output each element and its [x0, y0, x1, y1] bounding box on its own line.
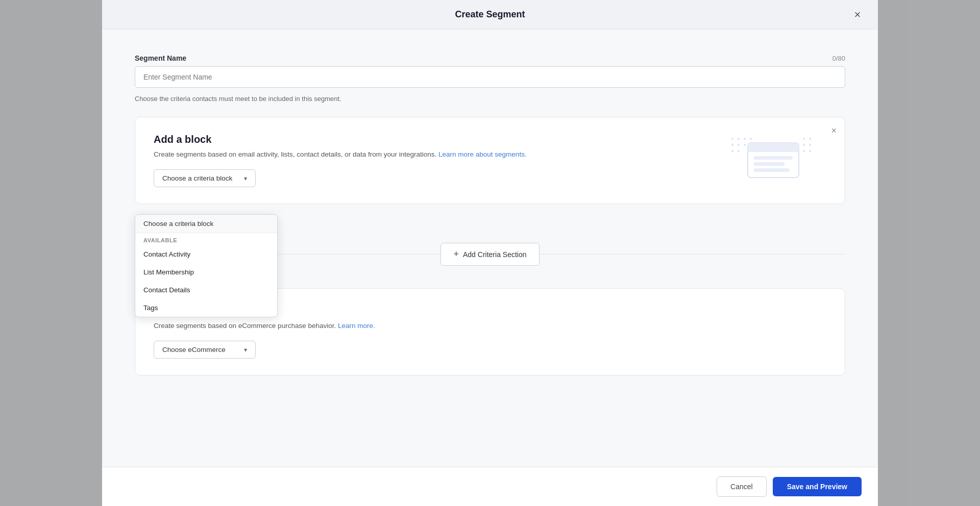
ecommerce-desc: Create segments based on eCommerce purch… [154, 322, 826, 330]
add-criteria-label: Add Criteria Section [463, 250, 527, 259]
modal-overlay: Create Segment × Segment Name 0/80 Choos… [0, 0, 980, 506]
svg-point-6 [744, 144, 746, 146]
svg-point-14 [803, 150, 805, 152]
cancel-button[interactable]: Cancel [717, 476, 767, 497]
modal-title: Create Segment [455, 9, 525, 20]
modal-body: Segment Name 0/80 Choose the criteria co… [102, 30, 878, 467]
dropdown-item-contact-details[interactable]: Contact Details [135, 281, 277, 299]
svg-point-1 [738, 138, 740, 140]
chevron-down-icon: ▾ [244, 175, 247, 182]
svg-point-11 [809, 138, 811, 140]
svg-point-8 [731, 150, 733, 152]
block-card-desc: Create segments based on email activity,… [154, 150, 826, 158]
svg-rect-19 [754, 156, 793, 160]
block-illustration [727, 134, 814, 185]
dropdown-item-contact-activity[interactable]: Contact Activity [135, 245, 277, 263]
save-and-preview-button[interactable]: Save and Preview [773, 477, 862, 496]
svg-point-9 [738, 150, 740, 152]
helper-text: Choose the criteria contacts must meet t… [135, 95, 845, 103]
char-count: 0/80 [832, 55, 845, 62]
ecommerce-dropdown-label: Choose eCommerce [162, 346, 226, 353]
create-segment-modal: Create Segment × Segment Name 0/80 Choos… [102, 0, 878, 506]
svg-point-3 [750, 138, 752, 140]
dropdown-label: Choose a criteria block [162, 174, 232, 182]
ecommerce-learn-more-link[interactable]: Learn more. [338, 322, 375, 330]
svg-point-2 [744, 138, 746, 140]
modal-header: Create Segment × [102, 0, 878, 30]
svg-point-10 [803, 138, 805, 140]
block-card-title: Add a block [154, 134, 826, 145]
dropdown-item-tags[interactable]: Tags [135, 299, 277, 317]
divider-line-right [540, 254, 845, 255]
ecommerce-chevron-icon: ▾ [244, 346, 247, 353]
svg-rect-20 [754, 162, 785, 166]
criteria-dropdown-menu: Choose a criteria block Available Contac… [135, 214, 278, 317]
segment-name-field-header: Segment Name 0/80 [135, 54, 845, 62]
add-criteria-section-button[interactable]: + Add Criteria Section [440, 243, 539, 266]
dropdown-item-list-membership[interactable]: List Membership [135, 263, 277, 281]
criteria-block-dropdown[interactable]: Choose a criteria block ▾ [154, 169, 256, 187]
svg-point-15 [809, 150, 811, 152]
svg-rect-18 [748, 149, 799, 152]
svg-rect-21 [754, 168, 790, 172]
dropdown-section-label: Available [135, 233, 277, 245]
dropdown-header-item: Choose a criteria block [135, 215, 277, 233]
svg-point-5 [738, 144, 740, 146]
close-block-button[interactable]: × [831, 125, 837, 136]
close-modal-button[interactable]: × [849, 7, 866, 23]
modal-footer: Cancel Save and Preview [102, 467, 878, 506]
svg-point-13 [809, 144, 811, 146]
svg-point-4 [731, 144, 733, 146]
svg-point-12 [803, 144, 805, 146]
segment-name-input[interactable] [135, 66, 845, 88]
learn-more-link[interactable]: Learn more about segments. [438, 150, 527, 158]
plus-icon: + [453, 249, 459, 260]
add-block-card: Add a block Create segments based on ema… [135, 117, 845, 204]
ecommerce-dropdown[interactable]: Choose eCommerce ▾ [154, 341, 256, 359]
dropdown-menu-header-label: Choose a criteria block [143, 220, 213, 227]
segment-name-label: Segment Name [135, 54, 186, 62]
svg-point-0 [731, 138, 733, 140]
